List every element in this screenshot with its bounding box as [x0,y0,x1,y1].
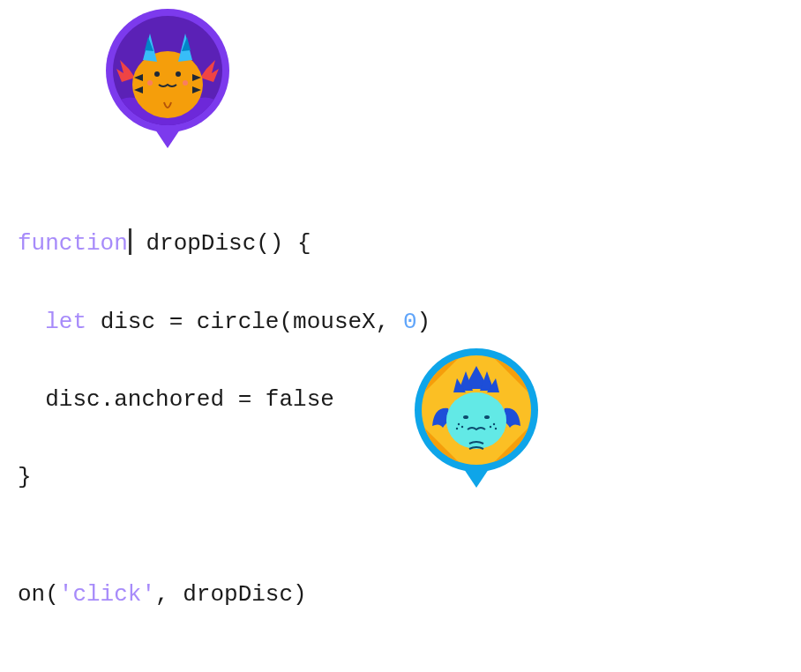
svg-point-16 [493,423,495,425]
code-text: , dropDisc) [155,581,307,608]
indent [18,309,45,335]
svg-point-5 [147,80,153,86]
indent [18,386,45,413]
code-text: on( [18,581,59,608]
svg-point-6 [183,80,188,86]
collaborator-cursor-avatar-2 [415,348,538,498]
code-text: ) [417,309,431,335]
svg-point-14 [461,426,463,428]
avatar-ring [415,348,538,472]
svg-point-17 [490,426,491,428]
collaborator-cursor-avatar-1 [106,9,229,159]
blue-fish-sprite-icon [422,355,531,465]
svg-point-4 [176,71,181,77]
code-text: } [18,464,32,490]
avatar-ring [106,9,229,132]
svg-point-11 [463,415,468,419]
code-line-6[interactable]: on('click', dropDisc) [18,575,783,614]
code-line-2[interactable]: let disc = circle(mouseX, 0) [18,302,783,341]
cursor-pointer-arrow [153,127,182,148]
svg-point-10 [446,392,506,449]
svg-point-12 [484,415,490,419]
remote-cursor-1 [129,228,131,255]
code-line-1[interactable]: function dropDisc() { [18,224,783,263]
keyword-function: function [18,230,128,257]
number-literal: 0 [403,309,417,335]
orange-cat-monster-icon [113,16,222,125]
code-text: disc = circle(mouseX, [86,309,403,335]
svg-point-13 [458,423,460,425]
keyword-let: let [45,309,86,335]
code-text: dropDisc() { [132,230,311,257]
code-line-4[interactable]: } [18,458,783,497]
svg-point-18 [495,428,497,429]
code-text: disc.anchored = false [45,386,334,413]
cursor-pointer-arrow [462,467,490,488]
code-line-3[interactable]: disc.anchored = false [18,380,783,419]
svg-point-15 [456,428,458,429]
svg-point-3 [154,71,160,77]
string-literal: 'click' [59,581,155,608]
